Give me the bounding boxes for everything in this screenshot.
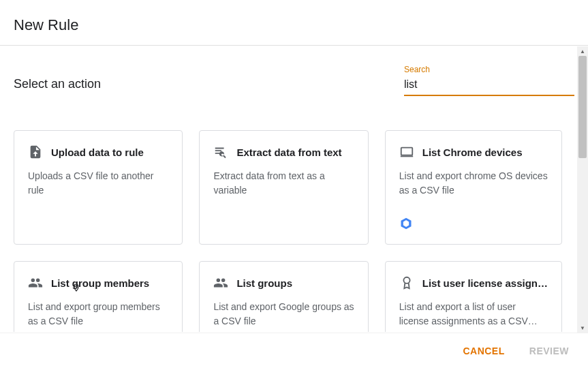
svg-rect-0 bbox=[401, 148, 413, 155]
card-extract-text[interactable]: Extract data from text Extract data from… bbox=[199, 130, 368, 245]
card-header: Extract data from text bbox=[213, 144, 354, 159]
card-title: List Chrome devices bbox=[422, 147, 523, 158]
badge-icon bbox=[399, 275, 414, 290]
search-label: Search bbox=[404, 65, 574, 74]
card-chrome-devices[interactable]: List Chrome devices List and export chro… bbox=[385, 130, 562, 245]
card-title: Extract data from text bbox=[236, 147, 341, 158]
header: New Rule bbox=[0, 0, 588, 46]
content-scroll: Select an action Search Upload data to r… bbox=[0, 46, 588, 332]
card-desc: List and export Google groups as a CSV f… bbox=[213, 300, 354, 328]
content: Select an action Search Upload data to r… bbox=[0, 46, 588, 332]
extract-text-icon bbox=[213, 144, 228, 159]
card-upload-data[interactable]: Upload data to rule Uploads a CSV file t… bbox=[14, 130, 183, 245]
review-button[interactable]: REVIEW bbox=[527, 340, 572, 362]
card-license-assignments[interactable]: List user license assign… List and expor… bbox=[385, 261, 562, 332]
scroll-down-icon[interactable]: ▼ bbox=[577, 323, 588, 333]
scroll-up-icon[interactable]: ▲ bbox=[577, 46, 588, 56]
svg-point-3 bbox=[403, 277, 409, 283]
card-desc: List and export a list of user license a… bbox=[399, 300, 548, 328]
card-title: List groups bbox=[236, 277, 292, 289]
cards-grid: Upload data to rule Uploads a CSV file t… bbox=[14, 130, 574, 332]
page-title: New Rule bbox=[14, 16, 574, 34]
card-desc: Uploads a CSV file to another rule bbox=[28, 169, 168, 198]
group-icon bbox=[28, 275, 43, 290]
top-row: Select an action Search bbox=[14, 65, 574, 96]
card-group-members[interactable]: List group members List and export group… bbox=[14, 261, 183, 332]
card-title: List user license assign… bbox=[422, 277, 548, 289]
card-list-groups[interactable]: List groups List and export Google group… bbox=[199, 261, 368, 332]
card-desc: List and export chrome OS devices as a C… bbox=[399, 169, 548, 198]
card-desc: List and export group members as a CSV f… bbox=[28, 300, 168, 328]
search-container: Search bbox=[404, 65, 574, 96]
card-header: List groups bbox=[213, 275, 354, 290]
card-desc: Extract data from text as a variable bbox=[213, 169, 354, 198]
group-icon bbox=[213, 275, 228, 290]
laptop-icon bbox=[399, 144, 414, 159]
scrollbar-thumb[interactable] bbox=[578, 56, 587, 158]
card-title: List group members bbox=[51, 277, 149, 289]
section-title: Select an action bbox=[14, 65, 101, 91]
product-badge bbox=[399, 217, 413, 233]
search-input[interactable] bbox=[404, 76, 574, 96]
card-header: Upload data to rule bbox=[28, 144, 168, 159]
card-header: List group members bbox=[28, 275, 168, 290]
cancel-button[interactable]: CANCEL bbox=[460, 340, 507, 362]
card-header: List Chrome devices bbox=[399, 144, 548, 159]
scrollbar[interactable]: ▲ ▼ bbox=[577, 46, 588, 333]
footer: CANCEL REVIEW bbox=[0, 333, 588, 368]
file-upload-icon bbox=[28, 144, 43, 159]
card-header: List user license assign… bbox=[399, 275, 548, 290]
card-title: Upload data to rule bbox=[51, 147, 144, 158]
